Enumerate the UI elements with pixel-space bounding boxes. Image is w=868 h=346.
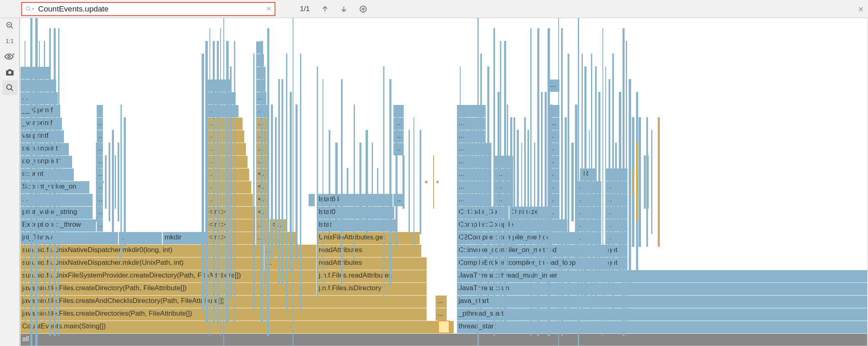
flame-frame[interactable] bbox=[96, 105, 103, 117]
flame-spike bbox=[623, 28, 625, 336]
flame-spike bbox=[473, 130, 474, 234]
svg-line-5 bbox=[11, 27, 13, 29]
svg-line-12 bbox=[29, 9, 31, 11]
search-input[interactable] bbox=[37, 4, 266, 14]
flame-frame[interactable]: ... bbox=[96, 117, 103, 130]
flame-spike bbox=[651, 130, 652, 234]
flame-spike bbox=[639, 117, 641, 247]
close-search-icon[interactable]: ✕ bbox=[858, 5, 864, 14]
add-target-icon[interactable] bbox=[359, 5, 367, 13]
flame-spike bbox=[558, 18, 559, 346]
flame-frame[interactable]: j.n.f.Files.isDirectory bbox=[317, 282, 427, 295]
flame-spike bbox=[582, 54, 583, 310]
flame-frame[interactable]: ... bbox=[96, 130, 103, 143]
flame-spike bbox=[389, 79, 391, 285]
flame-frame[interactable]: sun.nio.fs.UnixFileSystemProvider.create… bbox=[20, 270, 317, 282]
zoom-reset-button[interactable]: 1:1 bbox=[2, 34, 17, 48]
flame-spike bbox=[217, 41, 219, 323]
flame-frame[interactable]: readAttributes bbox=[317, 257, 427, 270]
magnifier-icon: ▾ bbox=[25, 6, 34, 12]
flame-frame[interactable]: JavaThread::thread_main_inner bbox=[457, 270, 868, 282]
flame-frame[interactable]: _vsnprintf bbox=[20, 117, 62, 130]
flame-spike bbox=[261, 41, 263, 323]
prev-match-icon[interactable] bbox=[321, 5, 329, 13]
flame-spike bbox=[253, 54, 254, 310]
flame-spike bbox=[644, 155, 646, 209]
next-match-icon[interactable] bbox=[340, 5, 348, 13]
flame-frame[interactable]: j.n.f.Files.readAttributes bbox=[317, 270, 427, 282]
flame-spike bbox=[275, 117, 277, 247]
flame-spike bbox=[433, 155, 434, 209]
flame-frame[interactable]: ... bbox=[435, 308, 447, 321]
svg-point-11 bbox=[26, 7, 30, 10]
flame-frame[interactable]: ... bbox=[435, 295, 447, 308]
flame-frame[interactable]: ... bbox=[393, 143, 404, 155]
flame-frame[interactable]: UnixFileAttributes.get bbox=[317, 232, 420, 244]
flame-spike bbox=[633, 168, 634, 196]
flame-frame[interactable]: ... bbox=[393, 130, 404, 143]
flame-spike bbox=[612, 54, 614, 310]
camera-icon[interactable] bbox=[2, 65, 17, 80]
clear-search-icon[interactable]: ✕ bbox=[266, 5, 271, 13]
flame-spike bbox=[548, 28, 550, 336]
flame-frame[interactable]: JavaThread::run bbox=[457, 282, 868, 295]
flame-spike bbox=[205, 41, 208, 323]
flame-frame[interactable]: ... bbox=[207, 117, 243, 130]
flame-spike bbox=[58, 28, 60, 336]
flame-frame[interactable]: readAttributes bbox=[317, 244, 422, 257]
flame-spike bbox=[115, 155, 116, 209]
flame-frame[interactable]: CountEvents.main(String[]) bbox=[20, 321, 454, 333]
flame-frame[interactable] bbox=[308, 193, 315, 206]
flame-frame[interactable]: mkdir bbox=[162, 232, 207, 244]
zoom-out-icon[interactable] bbox=[2, 18, 17, 33]
flamegraph[interactable]: allCountEvents.main(String[])thread_star… bbox=[20, 18, 868, 346]
flame-spike bbox=[510, 117, 512, 247]
svg-point-8 bbox=[8, 71, 11, 74]
flame-frame-root[interactable]: all bbox=[20, 333, 868, 346]
flame-spike bbox=[545, 92, 547, 272]
flame-spike bbox=[409, 130, 410, 234]
flame-spike bbox=[278, 79, 280, 285]
search-tool-icon[interactable] bbox=[2, 80, 17, 95]
flame-spike bbox=[619, 92, 621, 272]
flame-spike bbox=[118, 143, 119, 221]
flame-frame[interactable]: java.nio.file.Files.createDirectory(Path… bbox=[20, 282, 317, 295]
flame-spike bbox=[267, 28, 269, 336]
flame-frame[interactable]: do_vsnprintf bbox=[20, 155, 73, 168]
flame-frame[interactable]: C2Compiler::compile_method bbox=[457, 232, 575, 244]
flame-frame[interactable]: java_start bbox=[457, 295, 868, 308]
match-count: 1/1 bbox=[300, 5, 310, 13]
flame-spike bbox=[490, 143, 491, 221]
flame-spike bbox=[257, 117, 258, 247]
flame-frame[interactable] bbox=[256, 54, 264, 66]
flame-spike bbox=[591, 54, 592, 310]
flame-spike bbox=[30, 18, 32, 346]
flame-frame[interactable] bbox=[393, 105, 404, 117]
flame-spike bbox=[366, 130, 368, 234]
flame-spike bbox=[25, 41, 25, 323]
flame-spike bbox=[120, 105, 122, 260]
flame-spike bbox=[648, 155, 649, 209]
eye-icon[interactable]: ▾ bbox=[2, 49, 17, 64]
flame-frame[interactable] bbox=[438, 321, 450, 333]
flame-frame[interactable]: vsnprintf bbox=[20, 130, 64, 143]
flame-spike bbox=[484, 143, 486, 221]
flame-spike bbox=[658, 117, 660, 247]
flame-spike bbox=[230, 66, 232, 298]
flame-frame[interactable] bbox=[207, 92, 236, 105]
flame-frame[interactable]: o::print bbox=[20, 168, 74, 181]
flame-spike bbox=[554, 130, 555, 234]
side-toolbar: 1:1 ▾ bbox=[0, 0, 20, 346]
flame-spike bbox=[44, 41, 45, 323]
flame-spike bbox=[220, 28, 221, 336]
flame-frame[interactable]: ... bbox=[207, 130, 245, 143]
flame-frame[interactable]: _pthread_start bbox=[457, 308, 868, 321]
flame-spike bbox=[589, 130, 590, 234]
flame-frame[interactable]: ... bbox=[393, 117, 404, 130]
flame-spike bbox=[530, 28, 531, 336]
flame-spike bbox=[507, 105, 508, 260]
flame-spike bbox=[341, 79, 343, 285]
flame-frame[interactable]: thread_start bbox=[457, 321, 868, 333]
flame-spike bbox=[487, 66, 489, 298]
flame-frame[interactable] bbox=[20, 79, 57, 92]
